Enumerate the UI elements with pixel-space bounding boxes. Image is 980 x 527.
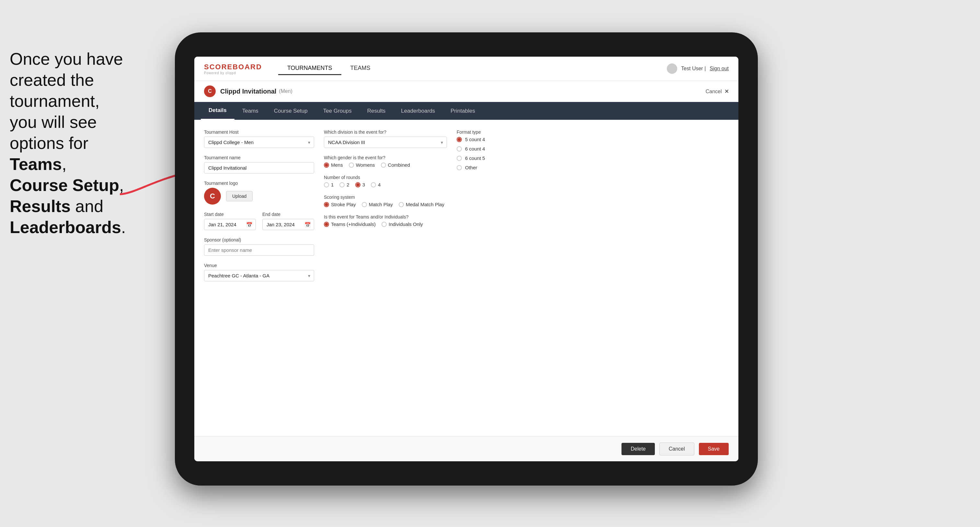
- instruction-line5: options for: [10, 133, 139, 154]
- division-field: Which division is the event for? NCAA Di…: [324, 130, 447, 148]
- scoring-stroke-radio[interactable]: [324, 202, 329, 207]
- round-1-radio[interactable]: [324, 182, 329, 187]
- format-6count4-radio[interactable]: [457, 146, 462, 151]
- rounds-label: Number of rounds: [324, 175, 447, 180]
- instruction-line1: Once you have: [10, 49, 139, 70]
- teams-plus-radio[interactable]: [324, 222, 329, 227]
- round-3[interactable]: 3: [355, 182, 365, 187]
- nav-teams[interactable]: TEAMS: [341, 62, 380, 75]
- tab-leaderboards[interactable]: Leaderboards: [393, 103, 443, 119]
- gender-radio-group: Mens Womens Combined: [324, 162, 447, 168]
- start-date-label: Start date: [204, 212, 256, 217]
- left-column: Tournament Host Clippd College - Men Tou…: [204, 130, 314, 427]
- format-other-radio[interactable]: [457, 165, 462, 170]
- venue-select[interactable]: Peachtree GC - Atlanta - GA: [204, 270, 314, 281]
- tournament-name-field: Tournament name: [204, 155, 314, 173]
- save-button[interactable]: Save: [699, 443, 729, 455]
- instruction-line4: you will see: [10, 112, 139, 133]
- scoring-medal-match[interactable]: Medal Match Play: [399, 202, 444, 207]
- round-4-radio[interactable]: [371, 182, 376, 187]
- tab-teams[interactable]: Teams: [234, 103, 266, 119]
- tab-course-setup[interactable]: Course Setup: [266, 103, 315, 119]
- round-4[interactable]: 4: [371, 182, 380, 187]
- scoring-match-radio[interactable]: [362, 202, 367, 207]
- cancel-button[interactable]: Cancel: [659, 443, 694, 456]
- venue-field: Venue Peachtree GC - Atlanta - GA: [204, 263, 314, 281]
- dates-field: Start date 📅 End date 📅: [204, 212, 314, 230]
- tournament-host-label: Tournament Host: [204, 130, 314, 135]
- tab-results[interactable]: Results: [360, 103, 393, 119]
- instruction-line2: created the: [10, 70, 139, 90]
- tab-details[interactable]: Details: [201, 102, 234, 120]
- format-5count4-radio[interactable]: [457, 137, 462, 142]
- gender-combined-radio[interactable]: [381, 162, 386, 168]
- tournament-sub: (Men): [279, 88, 293, 94]
- delete-button[interactable]: Delete: [622, 443, 654, 455]
- sponsor-label: Sponsor (optional): [204, 237, 314, 243]
- tournament-logo-label: Tournament logo: [204, 181, 314, 186]
- gender-field: Which gender is the event for? Mens Wome…: [324, 155, 447, 168]
- gender-womens-radio[interactable]: [349, 162, 354, 168]
- cancel-link[interactable]: Cancel ✕: [706, 88, 729, 95]
- calendar-icon-end: 📅: [304, 221, 311, 227]
- logo-circle: C: [204, 188, 221, 205]
- format-5count4[interactable]: 5 count 4: [457, 137, 729, 142]
- top-nav: TOURNAMENTS TEAMS: [278, 62, 380, 75]
- rounds-field: Number of rounds 1 2 3: [324, 175, 447, 187]
- tournament-host-select[interactable]: Clippd College - Men: [204, 137, 314, 148]
- scoring-medal-match-radio[interactable]: [399, 202, 404, 207]
- division-select[interactable]: NCAA Division III: [324, 137, 447, 148]
- instruction-line9: Leaderboards.: [10, 217, 139, 238]
- gender-mens[interactable]: Mens: [324, 162, 343, 168]
- round-2[interactable]: 2: [339, 182, 349, 187]
- format-6count5-radio[interactable]: [457, 156, 462, 161]
- gender-womens[interactable]: Womens: [349, 162, 375, 168]
- individuals-only[interactable]: Individuals Only: [382, 221, 423, 227]
- round-1[interactable]: 1: [324, 182, 334, 187]
- top-bar-right: Test User | Sign out: [667, 63, 729, 74]
- start-date-field: Start date 📅: [204, 212, 256, 230]
- venue-label: Venue: [204, 263, 314, 268]
- format-6count4[interactable]: 6 count 4: [457, 146, 729, 151]
- round-2-radio[interactable]: [339, 182, 345, 187]
- tournament-icon: C: [204, 86, 216, 97]
- scoring-label: Scoring system: [324, 195, 447, 200]
- format-label: Format type: [457, 130, 729, 135]
- gender-mens-radio[interactable]: [324, 162, 329, 168]
- nav-tournaments[interactable]: TOURNAMENTS: [278, 62, 341, 75]
- instruction-line6: Teams,: [10, 154, 139, 175]
- format-other[interactable]: Other: [457, 165, 729, 170]
- individuals-only-radio[interactable]: [382, 222, 387, 227]
- avatar: [667, 63, 677, 74]
- calendar-icon: 📅: [246, 221, 253, 227]
- scoring-stroke[interactable]: Stroke Play: [324, 202, 356, 207]
- middle-column: Which division is the event for? NCAA Di…: [324, 130, 447, 427]
- tablet-screen: SCOREBOARD Powered by clippd TOURNAMENTS…: [194, 57, 738, 461]
- logo-area: SCOREBOARD Powered by clippd: [204, 63, 262, 75]
- tournament-name-input[interactable]: [204, 162, 314, 173]
- sign-out-link[interactable]: Sign out: [710, 66, 729, 71]
- gender-combined[interactable]: Combined: [381, 162, 410, 168]
- logo-upload-row: C Upload: [204, 188, 314, 205]
- sponsor-input[interactable]: [204, 244, 314, 256]
- scoring-field: Scoring system Stroke Play Match Play: [324, 195, 447, 207]
- tournament-header: C Clippd Invitational (Men) Cancel ✕: [194, 81, 738, 102]
- gender-label: Which gender is the event for?: [324, 155, 447, 160]
- upload-button[interactable]: Upload: [226, 191, 253, 202]
- logo-text: SCOREBOARD: [204, 63, 262, 71]
- tablet-frame: SCOREBOARD Powered by clippd TOURNAMENTS…: [175, 32, 758, 486]
- teams-plus[interactable]: Teams (+Individuals): [324, 221, 375, 227]
- rounds-radio-group: 1 2 3 4: [324, 182, 447, 187]
- instruction-line7: Course Setup,: [10, 175, 139, 196]
- tab-printables[interactable]: Printables: [443, 103, 483, 119]
- top-navbar: SCOREBOARD Powered by clippd TOURNAMENTS…: [194, 57, 738, 81]
- end-date-field: End date 📅: [262, 212, 314, 230]
- scoring-match[interactable]: Match Play: [362, 202, 393, 207]
- instruction-line3: tournament,: [10, 90, 139, 112]
- date-row: Start date 📅 End date 📅: [204, 212, 314, 230]
- format-6count5[interactable]: 6 count 5: [457, 156, 729, 161]
- right-column: Format type 5 count 4 6 count 4 6 count …: [457, 130, 729, 427]
- main-content: Tournament Host Clippd College - Men Tou…: [194, 120, 738, 437]
- round-3-radio[interactable]: [355, 182, 360, 187]
- tab-tee-groups[interactable]: Tee Groups: [315, 103, 360, 119]
